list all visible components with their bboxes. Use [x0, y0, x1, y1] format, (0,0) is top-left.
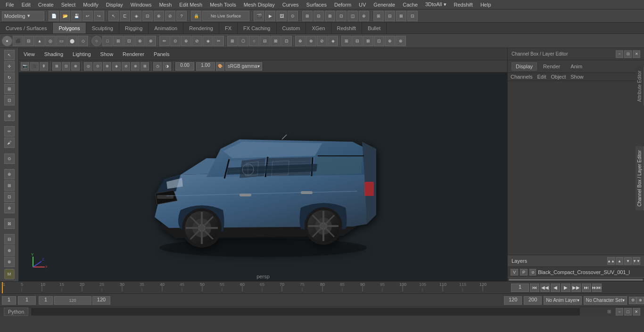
- show-manip-btn[interactable]: ⊙: [4, 154, 15, 164]
- iso-btn7[interactable]: ⊞: [140, 62, 149, 71]
- paint-btn[interactable]: ◈: [131, 11, 141, 21]
- disc-icon[interactable]: ⬤: [67, 36, 77, 46]
- layer-p-btn[interactable]: P: [520, 269, 528, 275]
- xform-btn5[interactable]: ◫: [347, 11, 358, 21]
- playback-end-input[interactable]: 200: [524, 296, 542, 305]
- extrude-icon[interactable]: ⊕: [135, 36, 145, 46]
- separate-icon[interactable]: ⊠: [363, 36, 373, 46]
- tab-custom[interactable]: Custom: [277, 23, 306, 33]
- render4-btn[interactable]: ⊙: [288, 11, 298, 21]
- python-label[interactable]: Python: [4, 308, 28, 316]
- sphere-icon2[interactable]: ○: [249, 36, 259, 46]
- layers-scroll-thumb[interactable]: [509, 279, 643, 281]
- play-next-key-btn[interactable]: ⏭: [582, 283, 591, 292]
- poly-icon2[interactable]: ⬡: [238, 36, 248, 46]
- xform-btn3[interactable]: ⊠: [325, 11, 335, 21]
- viewport-lighting-menu[interactable]: Lighting: [71, 50, 93, 58]
- trax-btn3[interactable]: ⊘: [317, 36, 327, 46]
- menu-curves[interactable]: Curves: [279, 1, 303, 8]
- menu-deform[interactable]: Deform: [330, 1, 355, 8]
- timeline[interactable]: 1 5 10 15 20 25 30 35 40 45 50 55 60 65 …: [0, 281, 644, 293]
- transform-tool-btn[interactable]: ⊡: [4, 95, 15, 105]
- cylinder-icon[interactable]: ⊟: [24, 36, 34, 46]
- btn5[interactable]: ⊕: [154, 11, 164, 21]
- viewport-shading-menu[interactable]: Shading: [42, 50, 65, 58]
- grid-icon[interactable]: ⊡: [124, 36, 134, 46]
- workspace-btn1[interactable]: ⊞: [373, 11, 384, 21]
- iso-btn3[interactable]: ⊗: [103, 62, 111, 71]
- anim-prefs-btn[interactable]: ⊕: [636, 297, 644, 304]
- cube-icon[interactable]: ⬛: [13, 36, 23, 46]
- subd-icon[interactable]: ⊠: [271, 36, 281, 46]
- viewport-canvas[interactable]: persp X Y Z: [19, 73, 507, 281]
- cube-icon2[interactable]: □: [102, 36, 113, 46]
- script-editor-icon[interactable]: ⊞: [583, 309, 611, 314]
- tab-fx-caching[interactable]: FX Caching: [238, 23, 276, 33]
- snap-grid-left-btn[interactable]: ⊞: [4, 180, 15, 191]
- menu-mesh-tools[interactable]: Mesh Tools: [206, 1, 239, 8]
- tab-rigging[interactable]: Rigging: [119, 23, 149, 33]
- viewport-panels-menu[interactable]: Panels: [152, 50, 172, 58]
- bool-icon[interactable]: ⊡: [374, 36, 384, 46]
- bridge-icon[interactable]: ⊗: [146, 36, 156, 46]
- maya-logo-btn[interactable]: M: [4, 269, 15, 279]
- combine-icon[interactable]: ⊟: [352, 36, 363, 46]
- select-tool-btn[interactable]: ↖: [108, 11, 119, 21]
- select-mode-btn[interactable]: ↖: [4, 50, 15, 60]
- smooth-btn[interactable]: ⊕: [71, 62, 80, 71]
- panel-resize-btn[interactable]: ⊡: [624, 50, 632, 58]
- move-tool-btn[interactable]: ✛: [4, 61, 15, 72]
- render2-btn[interactable]: ▶: [265, 11, 275, 21]
- minimize-btn[interactable]: −: [616, 308, 623, 316]
- unknown-btn1[interactable]: ⊕: [4, 245, 15, 256]
- tab-rendering[interactable]: Rendering: [183, 23, 219, 33]
- split-icon[interactable]: ⊘: [192, 36, 202, 46]
- bevel-icon[interactable]: ◈: [203, 36, 213, 46]
- marquee-btn[interactable]: ⊡: [142, 11, 153, 21]
- range-start-input[interactable]: 1: [39, 296, 53, 305]
- btn7[interactable]: ?: [176, 11, 187, 21]
- cb-tab-render[interactable]: Render: [539, 62, 564, 71]
- iso-btn2[interactable]: ⊙: [93, 62, 102, 71]
- workspace-btn3[interactable]: ⊠: [396, 11, 406, 21]
- trax-btn1[interactable]: ⊕: [295, 36, 305, 46]
- menu-display[interactable]: Display: [102, 1, 127, 8]
- color-space-dropdown[interactable]: sRGB gamma ▾: [225, 62, 262, 71]
- soft-select-btn[interactable]: ⊕: [4, 111, 15, 121]
- open-scene-btn[interactable]: 📂: [60, 11, 70, 21]
- menu-edit-mesh[interactable]: Edit Mesh: [175, 1, 206, 8]
- viewport-view-menu[interactable]: View: [22, 50, 37, 58]
- layer-color-swatch[interactable]: ⊘: [529, 269, 536, 275]
- mode-dropdown[interactable]: Modeling ▾: [2, 11, 44, 21]
- channel-box-tab[interactable]: Channel Box / Layer Editor: [636, 146, 644, 211]
- xform-btn2[interactable]: ⊟: [314, 11, 324, 21]
- shading-btn1[interactable]: ◷: [153, 62, 162, 71]
- btn6[interactable]: ⊘: [165, 11, 175, 21]
- trax-btn4[interactable]: ◈: [328, 36, 338, 46]
- iso-btn1[interactable]: ◎: [84, 62, 92, 71]
- menu-mesh[interactable]: Mesh: [155, 1, 175, 8]
- cb-tab-anim[interactable]: Anim: [566, 62, 586, 71]
- cam-film-btn[interactable]: 📷: [21, 62, 29, 71]
- grid-toggle-btn[interactable]: ⊞: [52, 62, 61, 71]
- menu-help[interactable]: Help: [477, 1, 495, 8]
- menu-create[interactable]: Create: [34, 1, 58, 8]
- panel-minimize-btn[interactable]: −: [616, 50, 623, 58]
- tab-fx[interactable]: FX: [219, 23, 238, 33]
- current-frame-input[interactable]: 1: [18, 296, 36, 305]
- menu-generate[interactable]: Generate: [370, 1, 399, 8]
- cam-audio-btn[interactable]: 🎙: [40, 62, 48, 71]
- live-surface-btn[interactable]: No Live Surface: [202, 11, 249, 21]
- scale-tool-btn[interactable]: ⊞: [4, 84, 15, 94]
- layers-scrollbar[interactable]: [508, 277, 644, 281]
- layer-down-down-btn[interactable]: ▼▼: [633, 257, 640, 265]
- play-jump-start-btn[interactable]: ⏮: [530, 283, 539, 292]
- menu-redshift[interactable]: Redshift: [450, 1, 477, 8]
- panel-close-btn[interactable]: ✕: [633, 50, 640, 58]
- tab-polygons[interactable]: Polygons: [53, 23, 86, 33]
- menu-edit[interactable]: Edit: [18, 1, 34, 8]
- tab-bullet[interactable]: Bullet: [362, 23, 387, 33]
- menu-cache[interactable]: Cache: [399, 1, 421, 8]
- pen-icon[interactable]: ✏: [159, 36, 170, 46]
- pip-icon[interactable]: ⊟: [260, 36, 270, 46]
